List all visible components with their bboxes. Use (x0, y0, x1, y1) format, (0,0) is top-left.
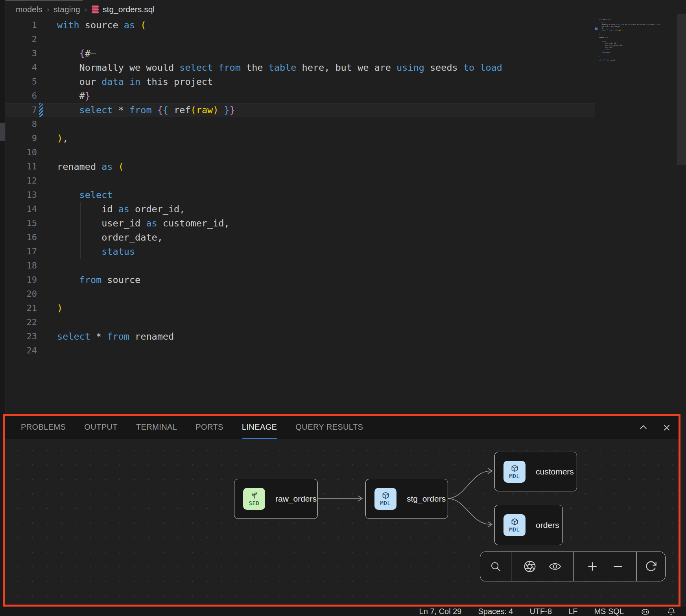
code-line-4[interactable]: 4 Normally we would select from the tabl… (5, 61, 595, 75)
cursor-position[interactable]: Ln 7, Col 29 (419, 607, 462, 616)
panel-tab-terminal[interactable]: TERMINAL (136, 416, 177, 439)
panel-tab-output[interactable]: OUTPUT (84, 416, 118, 439)
gutter-spacer (37, 230, 45, 245)
code-line-21[interactable]: 21) (5, 301, 595, 315)
cube-icon (511, 464, 519, 473)
eol-sequence[interactable]: LF (568, 607, 577, 616)
gutter-spacer (37, 89, 45, 103)
lineage-node-stg-orders[interactable]: MDL stg_orders (365, 479, 448, 519)
line-number: 17 (5, 245, 37, 259)
node-label: customers (536, 467, 574, 476)
code-line-12[interactable]: 12 (5, 174, 595, 188)
model-badge: MDL (503, 514, 526, 536)
code-text (45, 259, 57, 273)
left-scrollbar-thumb[interactable] (0, 123, 5, 141)
code-text (45, 344, 57, 358)
line-number: 15 (5, 216, 37, 230)
lineage-node-customers[interactable]: MDL customers (494, 452, 577, 491)
code-line-8[interactable]: 8 (5, 117, 595, 131)
code-editor[interactable]: 1with source as (23 {#–4 Normally we wou… (5, 18, 595, 358)
gutter-spacer (37, 216, 45, 230)
code-text: ), (45, 131, 68, 145)
code-text: with source as ( (45, 18, 146, 32)
gutter-spacer (37, 301, 45, 315)
code-line-6[interactable]: 6 #} (5, 89, 595, 103)
panel-close-icon[interactable] (660, 421, 673, 434)
line-number: 6 (5, 89, 37, 103)
breadcrumb-item-staging[interactable]: staging (53, 5, 80, 14)
panel-tab-ports[interactable]: PORTS (195, 416, 223, 439)
panel-tab-problems[interactable]: PROBLEMS (21, 416, 66, 439)
gutter-spacer (37, 273, 45, 287)
line-number: 11 (5, 160, 37, 174)
notifications-bell-icon[interactable] (667, 607, 676, 616)
code-line-14[interactable]: 14 id as order_id, (5, 202, 595, 216)
code-text: {#– (45, 46, 96, 61)
gutter-spacer (37, 329, 45, 344)
code-line-7[interactable]: 7 select * from {{ ref(raw) }} (5, 103, 595, 117)
gutter-spacer (37, 245, 45, 259)
code-text: renamed as ( (45, 160, 124, 174)
indentation-setting[interactable]: Spaces: 4 (478, 607, 513, 616)
code-line-22[interactable]: 22 (5, 315, 595, 329)
panel-tab-query-results[interactable]: QUERY RESULTS (295, 416, 363, 439)
gutter-spacer (37, 202, 45, 216)
line-number: 4 (5, 61, 37, 75)
code-text: from source (45, 273, 140, 287)
code-line-11[interactable]: 11renamed as ( (5, 160, 595, 174)
code-line-20[interactable]: 20 (5, 287, 595, 301)
zoom-out-icon[interactable] (611, 560, 625, 573)
sprout-icon (250, 491, 258, 500)
panel-maximize-chevron-up-icon[interactable] (636, 421, 650, 434)
editor-scrollbar[interactable] (677, 14, 686, 165)
code-line-16[interactable]: 16 order_date, (5, 230, 595, 245)
eye-icon[interactable] (548, 560, 562, 573)
zoom-in-icon[interactable] (586, 560, 599, 573)
language-mode[interactable]: MS SQL (594, 607, 624, 616)
refresh-icon[interactable] (644, 560, 658, 573)
code-line-2[interactable]: 2 (5, 32, 595, 46)
encoding[interactable]: UTF-8 (529, 607, 552, 616)
panel-tab-lineage[interactable]: LINEAGE (242, 416, 277, 439)
line-number: 1 (5, 18, 37, 32)
breadcrumb-item-models[interactable]: models (16, 5, 42, 14)
code-line-18[interactable]: 18 (5, 259, 595, 273)
code-line-13[interactable]: 13 select (5, 188, 595, 202)
code-text (45, 287, 57, 301)
breadcrumb-item-file[interactable]: stg_orders.sql (91, 5, 155, 14)
code-line-9[interactable]: 9), (5, 131, 595, 145)
node-label: orders (536, 520, 559, 530)
model-badge: MDL (503, 461, 526, 483)
indent-guide (58, 174, 58, 301)
search-icon[interactable] (489, 560, 502, 573)
code-line-1[interactable]: 1with source as ( (5, 18, 595, 32)
lineage-node-raw-orders[interactable]: SED raw_orders (234, 479, 318, 519)
code-line-5[interactable]: 5 our data in this project (5, 75, 595, 89)
code-line-3[interactable]: 3 {#– (5, 46, 595, 61)
code-line-15[interactable]: 15 user_id as customer_id, (5, 216, 595, 230)
aperture-icon[interactable] (523, 560, 537, 573)
minimap[interactable]: with source as ( {#– Normally we would s… (599, 18, 676, 69)
code-text (45, 315, 57, 329)
code-text: #} (45, 89, 90, 103)
line-number: 23 (5, 329, 37, 344)
line-number: 2 (5, 32, 37, 46)
gutter-spacer (37, 117, 45, 131)
code-text: id as order_id, (45, 202, 185, 216)
code-text: select * from renamed (45, 329, 174, 344)
seed-badge: SED (243, 488, 265, 510)
line-number: 20 (5, 287, 37, 301)
gutter-spacer (37, 145, 45, 160)
code-text: ) (45, 301, 63, 315)
code-line-24[interactable]: 24 (5, 344, 595, 358)
lineage-node-orders[interactable]: MDL orders (494, 505, 563, 545)
badge-label: MDL (509, 473, 520, 479)
code-line-10[interactable]: 10 (5, 145, 595, 160)
lineage-toolbar (480, 552, 666, 581)
code-line-17[interactable]: 17 status (5, 245, 595, 259)
line-number: 24 (5, 344, 37, 358)
code-line-23[interactable]: 23select * from renamed (5, 329, 595, 344)
code-line-19[interactable]: 19 from source (5, 273, 595, 287)
node-label: raw_orders (275, 494, 317, 504)
copilot-icon[interactable] (640, 607, 650, 616)
